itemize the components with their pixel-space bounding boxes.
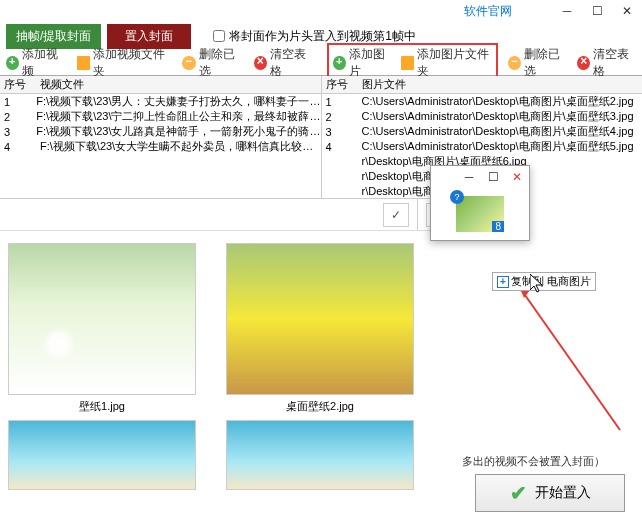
folder-icon (401, 56, 414, 70)
image-table-header: 序号 图片文件 (322, 76, 643, 94)
file-name: 壁纸1.jpg (8, 399, 196, 414)
minus-icon (508, 56, 521, 70)
drag-maximize-button[interactable]: ☐ (481, 167, 505, 187)
add-image-button[interactable]: 添加图片 (333, 46, 391, 80)
annotation-arrow (510, 280, 630, 440)
official-site-link[interactable]: 软件官网 (464, 3, 512, 20)
file-explorer-window[interactable]: ✓ ↻ 壁纸1.jpg 桌面壁纸2.jpg (0, 198, 460, 458)
table-row[interactable]: 1C:\Users\Administrator\Desktop\电商图片\桌面壁… (322, 94, 643, 109)
add-icon (333, 56, 346, 70)
drag-close-button[interactable]: ✕ (505, 167, 529, 187)
first-frame-check-input[interactable] (213, 30, 225, 42)
folder-icon (77, 56, 90, 70)
add-video-button[interactable]: 添加视频 (6, 46, 67, 80)
table-row[interactable]: 2C:\Users\Administrator\Desktop\电商图片\桌面壁… (322, 109, 643, 124)
checkmark-icon: ✔ (510, 481, 527, 505)
x-icon (577, 56, 590, 70)
x-icon (254, 56, 267, 70)
table-row[interactable]: 3F:\视频下载\23\女儿路真是神箭手，一箭射死小鬼子的骑… (0, 124, 321, 139)
footer-note: 多出的视频不会被置入封面） (462, 454, 605, 469)
delete-selected-video-button[interactable]: 删除已选 (182, 46, 243, 80)
svg-line-0 (520, 288, 620, 430)
add-image-folder-button[interactable]: 添加图片文件夹 (401, 46, 492, 80)
table-row[interactable]: 3C:\Users\Administrator\Desktop\电商图片\桌面壁… (322, 124, 643, 139)
add-icon (6, 56, 19, 70)
file-item[interactable]: 壁纸1.jpg (8, 243, 196, 490)
start-embed-button[interactable]: ✔ 开始置入 (475, 474, 625, 512)
file-item[interactable]: 桌面壁纸2.jpg (226, 243, 414, 490)
table-row[interactable]: 4F:\视频下载\23\女大学生瞒不起外卖员，哪料信真比较… (0, 139, 321, 154)
clear-video-table-button[interactable]: 清空表格 (254, 46, 315, 80)
help-badge-icon: ? (450, 190, 464, 204)
thumbnail-image (8, 243, 196, 395)
video-table-header: 序号 视频文件 (0, 76, 321, 94)
table-row[interactable]: 4C:\Users\Administrator\Desktop\电商图片\桌面壁… (322, 139, 643, 154)
clear-image-table-button[interactable]: 清空表格 (577, 46, 636, 80)
cursor-icon (530, 274, 546, 294)
drag-count-badge: 8 (492, 221, 504, 232)
file-name: 桌面壁纸2.jpg (226, 399, 414, 414)
drag-preview-window[interactable]: ─ ☐ ✕ ? 8 (430, 165, 530, 241)
drag-thumbnail: ? 8 (456, 196, 504, 232)
drag-minimize-button[interactable]: ─ (457, 167, 481, 187)
minus-icon (182, 56, 195, 70)
minimize-button[interactable]: ─ (552, 0, 582, 22)
thumbnail-image (8, 420, 196, 490)
thumbnail-image (226, 243, 414, 395)
delete-selected-image-button[interactable]: 删除已选 (508, 46, 567, 80)
video-list[interactable]: 1F:\视频下载\23\男人：丈夫嫌妻子打扮太久，哪料妻子一…2F:\视频下载\… (0, 94, 321, 214)
explorer-check-button[interactable]: ✓ (383, 203, 409, 227)
table-row[interactable]: 2F:\视频下载\23\宁二抑上性命阻止公主和亲，最终却被薛… (0, 109, 321, 124)
maximize-button[interactable]: ☐ (582, 0, 612, 22)
thumbnail-image (226, 420, 414, 490)
table-row[interactable]: 1F:\视频下载\23\男人：丈夫嫌妻子打扮太久，哪料妻子一… (0, 94, 321, 109)
add-video-folder-button[interactable]: 添加视频文件夹 (77, 46, 172, 80)
plus-icon: + (497, 276, 509, 288)
close-button[interactable]: ✕ (612, 0, 642, 22)
